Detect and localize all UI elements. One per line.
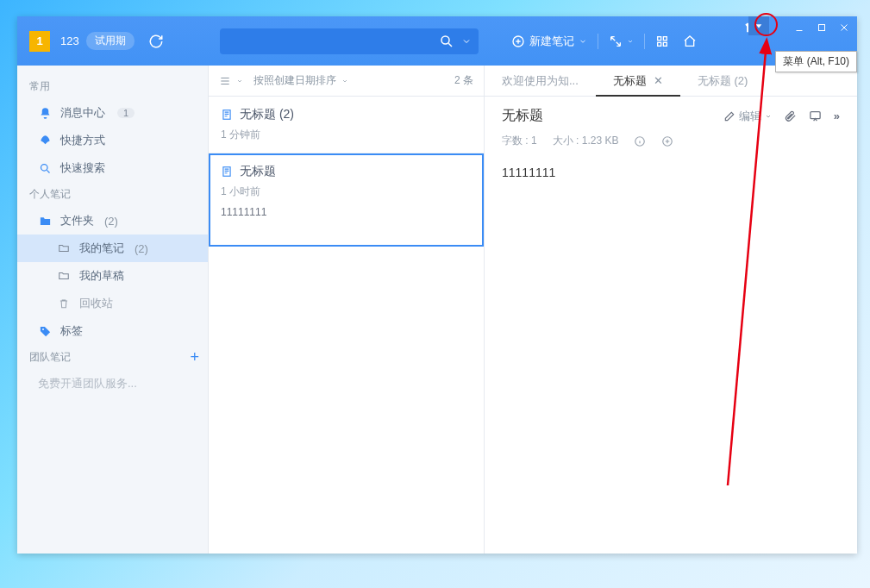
word-count: 字数 : 1 <box>502 134 537 148</box>
tooltip: 菜单 (Alt, F10) <box>775 51 857 72</box>
svg-rect-2 <box>657 36 660 40</box>
note-icon <box>221 109 233 121</box>
add-team-button[interactable]: + <box>190 348 199 366</box>
expand-button[interactable] <box>602 29 641 53</box>
note-meta: 1 小时前 <box>221 185 472 199</box>
tab-current[interactable]: 无标题 ✕ <box>596 66 680 96</box>
account-badge[interactable]: 1 <box>29 31 50 52</box>
separator <box>644 34 645 49</box>
tab-welcome[interactable]: 欢迎使用为知... <box>485 66 596 96</box>
svg-rect-6 <box>819 25 825 31</box>
list-header: 按照创建日期排序 2 条 <box>209 66 484 97</box>
trash-icon <box>57 297 71 310</box>
editor-panel: 欢迎使用为知... 无标题 ✕ 无标题 (2) 无标题 编辑 <box>485 66 857 554</box>
doc-meta: 字数 : 1 大小 : 1.23 KB <box>485 130 857 159</box>
doc-body[interactable]: 11111111 <box>485 159 857 186</box>
folder-icon <box>57 241 71 255</box>
sidebar: 常用 消息中心 1 快捷方式 快速搜索 个人笔记 <box>17 66 209 554</box>
edit-button[interactable]: 编辑 <box>723 109 772 124</box>
label: 回收站 <box>79 296 113 311</box>
more-icon[interactable]: » <box>834 109 840 122</box>
sidebar-item-mynotes[interactable]: 我的笔记 (2) <box>17 235 208 262</box>
section-team: 团队笔记 <box>17 345 83 370</box>
folder-icon <box>38 214 52 228</box>
search-icon <box>439 34 454 49</box>
sidebar-item-mydrafts[interactable]: 我的草稿 <box>17 262 208 290</box>
sidebar-item-quicksearch[interactable]: 快速搜索 <box>17 154 208 182</box>
note-list-panel: 按照创建日期排序 2 条 无标题 (2) 1 分钟前 无标题 1 小时前 111… <box>209 66 485 554</box>
home-button[interactable] <box>676 29 704 53</box>
label: 快捷方式 <box>60 133 105 148</box>
sidebar-item-tags[interactable]: 标签 <box>17 317 208 345</box>
svg-point-0 <box>441 36 449 44</box>
chevron-down-icon[interactable] <box>236 78 243 84</box>
svg-rect-3 <box>663 36 667 40</box>
label: 快速搜索 <box>60 160 105 176</box>
svg-point-8 <box>41 164 47 171</box>
attachment-icon[interactable] <box>784 109 797 122</box>
menu-dropdown-button[interactable] <box>748 16 769 35</box>
search-input[interactable] <box>220 28 479 54</box>
rocket-icon <box>38 134 52 147</box>
label: 标签 <box>60 323 83 339</box>
note-preview: 11111111 <box>221 206 472 218</box>
svg-point-9 <box>42 328 44 330</box>
toolbar: 新建笔记 <box>504 28 704 54</box>
new-note-label: 新建笔记 <box>529 34 574 49</box>
sidebar-item-messages[interactable]: 消息中心 1 <box>17 99 208 127</box>
label: 我的草稿 <box>79 268 124 284</box>
minimize-button[interactable] <box>793 22 805 34</box>
label: 消息中心 <box>60 105 105 121</box>
folder-icon <box>57 269 71 283</box>
note-meta: 1 分钟前 <box>221 128 472 142</box>
trial-badge[interactable]: 试用期 <box>86 32 135 50</box>
bell-icon <box>38 106 52 120</box>
titlebar: 1 123 试用期 新建笔记 <box>17 16 857 66</box>
chevron-down-icon[interactable] <box>461 36 472 47</box>
label: 文件夹 <box>60 213 94 228</box>
username[interactable]: 123 <box>60 34 79 47</box>
note-title: 无标题 <box>240 164 276 179</box>
label: 免费开通团队服务... <box>38 376 137 391</box>
close-button[interactable] <box>838 22 850 34</box>
new-note-button[interactable]: 新建笔记 <box>504 28 594 54</box>
tag-icon <box>38 324 52 338</box>
note-title: 无标题 (2) <box>240 107 294 122</box>
sidebar-item-shortcuts[interactable]: 快捷方式 <box>17 127 208 154</box>
comment-icon[interactable] <box>809 109 822 122</box>
section-common: 常用 <box>17 74 208 99</box>
doc-header: 无标题 编辑 » <box>485 97 857 130</box>
separator <box>598 34 598 49</box>
note-item[interactable]: 无标题 (2) 1 分钟前 <box>209 97 484 153</box>
note-count: 2 条 <box>454 73 473 88</box>
size: 大小 : 1.23 KB <box>553 134 619 148</box>
maximize-button[interactable] <box>816 22 828 34</box>
doc-title[interactable]: 无标题 <box>502 107 723 125</box>
label: 我的笔记 <box>79 241 124 256</box>
close-icon[interactable]: ✕ <box>654 74 663 87</box>
plus-circle-icon <box>511 34 525 48</box>
sidebar-item-folders[interactable]: 文件夹 (2) <box>17 207 208 235</box>
search-icon <box>38 161 52 175</box>
sidebar-item-recycle[interactable]: 回收站 <box>17 290 208 317</box>
note-item[interactable]: 无标题 1 小时前 11111111 <box>209 153 484 247</box>
tab-other[interactable]: 无标题 (2) <box>680 66 766 96</box>
count: (2) <box>135 242 148 255</box>
badge: 1 <box>117 108 135 118</box>
plus-circle-icon[interactable] <box>661 135 673 147</box>
list-icon[interactable] <box>219 75 231 87</box>
note-icon <box>221 166 233 178</box>
grid-button[interactable] <box>648 29 676 53</box>
svg-rect-12 <box>811 112 820 119</box>
section-personal: 个人笔记 <box>17 182 208 207</box>
sort-dropdown[interactable]: 按照创建日期排序 <box>253 73 348 88</box>
info-icon[interactable] <box>634 135 646 147</box>
svg-rect-5 <box>663 42 667 46</box>
count: (2) <box>104 215 118 228</box>
svg-rect-4 <box>657 42 660 46</box>
sync-icon[interactable] <box>148 34 164 49</box>
sidebar-team-hint[interactable]: 免费开通团队服务... <box>17 370 208 397</box>
chevron-down-icon <box>579 37 587 46</box>
